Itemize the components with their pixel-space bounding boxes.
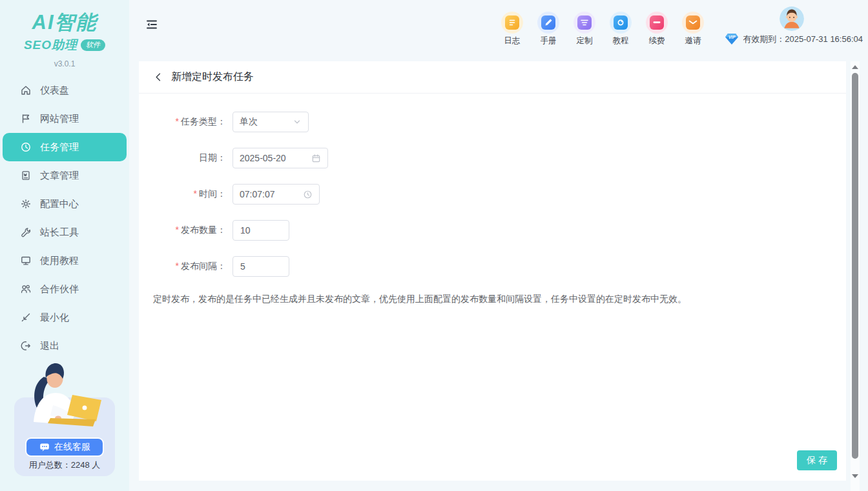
quick-link-invite[interactable]: 邀请: [677, 12, 708, 46]
app-logo: AI智能 SEO助理 软件: [0, 0, 129, 54]
sidebar-item-label: 最小化: [40, 312, 69, 324]
quick-link-label: 定制: [577, 35, 593, 46]
sidebar-item-label: 网站管理: [40, 113, 79, 125]
quick-link-label: 日志: [504, 35, 521, 46]
publish-count-label: *发布数量：: [139, 225, 226, 236]
wrench-icon: [20, 226, 32, 238]
sidebar-item-logout[interactable]: 退出: [0, 332, 129, 360]
vip-expiry-text: 有效期到：2025-07-31 16:56:04: [743, 34, 863, 45]
tutorial-icon: [614, 15, 628, 30]
online-service-label: 在线客服: [54, 441, 90, 453]
customize-icon: [577, 15, 592, 30]
sidebar-collapse-icon[interactable]: [145, 18, 158, 31]
home-icon: [20, 85, 32, 96]
time-value: 07:07:07: [240, 189, 275, 199]
required-marker: *: [176, 225, 179, 235]
required-marker: *: [176, 261, 179, 271]
quick-link-label: 续费: [649, 35, 665, 46]
time-picker[interactable]: 07:07:07: [232, 184, 320, 205]
sidebar-item-articles[interactable]: 文章管理: [0, 161, 129, 190]
sidebar-item-label: 文章管理: [40, 170, 79, 182]
form-row-task-type: *任务类型： 单次: [139, 112, 846, 132]
logout-icon: [20, 340, 32, 352]
task-type-label: *任务类型：: [139, 116, 226, 128]
quick-link-logs[interactable]: 日志: [497, 12, 528, 46]
monitor-icon: [20, 255, 32, 266]
renew-icon: [650, 15, 664, 30]
user-avatar[interactable]: [780, 6, 804, 31]
sidebar: AI智能 SEO助理 软件 v3.0.1 仪表盘 网站管理 任务管理 文章管: [0, 0, 129, 491]
calendar-icon: [311, 154, 321, 163]
document-icon: [20, 170, 32, 181]
sidebar-nav: 仪表盘 网站管理 任务管理 文章管理 配置中心 站长工具: [0, 76, 129, 360]
logo-badge: 软件: [81, 39, 105, 51]
sidebar-item-tasks[interactable]: 任务管理: [3, 133, 127, 161]
flag-icon: [20, 113, 32, 125]
online-service-button[interactable]: 在线客服: [25, 437, 104, 457]
quick-link-label: 邀请: [685, 35, 701, 46]
sidebar-item-dashboard[interactable]: 仪表盘: [0, 76, 129, 105]
page-header: 新增定时发布任务: [139, 61, 846, 94]
quick-link-label: 手册: [541, 35, 557, 46]
sidebar-item-webmaster-tools[interactable]: 站长工具: [0, 218, 129, 246]
form-hint-text: 定时发布，发布的是任务中已经生成并且未发布的文章，优先使用上面配置的发布数量和间…: [153, 294, 846, 305]
form-row-publish-count: *发布数量：: [139, 220, 846, 241]
publish-interval-input[interactable]: [232, 256, 289, 277]
sidebar-item-label: 任务管理: [40, 141, 79, 154]
quick-link-renew[interactable]: 续费: [641, 12, 672, 46]
date-value: 2025-05-20: [240, 153, 286, 163]
logo-title: AI智能: [0, 9, 129, 36]
task-type-select[interactable]: 单次: [232, 112, 309, 132]
sidebar-item-config[interactable]: 配置中心: [0, 190, 129, 218]
app-window: AI智能 SEO助理 软件 v3.0.1 仪表盘 网站管理 任务管理 文章管: [0, 0, 868, 491]
support-agent-illustration: [16, 359, 112, 446]
sidebar-item-minimize[interactable]: 最小化: [0, 303, 129, 332]
scrollbar-thumb[interactable]: [852, 73, 858, 459]
date-picker[interactable]: 2025-05-20: [232, 148, 328, 168]
content-card: 新增定时发布任务 *任务类型： 单次 日期： 2025-05-20: [139, 61, 846, 481]
publish-interval-label: *发布间隔：: [139, 261, 226, 272]
back-icon[interactable]: [153, 72, 164, 83]
manual-icon: [541, 15, 555, 30]
task-form: *任务类型： 单次 日期： 2025-05-20 *时间：: [139, 94, 846, 277]
chat-icon: [39, 442, 50, 452]
scrollbar-down-arrow[interactable]: [852, 474, 858, 478]
date-label: 日期：: [139, 152, 226, 164]
sidebar-item-websites[interactable]: 网站管理: [0, 105, 129, 133]
avatar-image: [780, 6, 804, 31]
quick-link-customize[interactable]: 定制: [569, 12, 600, 46]
quick-link-manual[interactable]: 手册: [533, 12, 564, 46]
invite-icon: [686, 15, 700, 30]
minimize-icon: [20, 312, 32, 323]
scrollbar-up-arrow[interactable]: [852, 65, 858, 69]
form-row-publish-interval: *发布间隔：: [139, 256, 846, 277]
quick-link-label: 教程: [613, 35, 629, 46]
sidebar-item-label: 站长工具: [40, 226, 79, 239]
quick-link-tutorial[interactable]: 教程: [605, 12, 636, 46]
sidebar-item-label: 配置中心: [40, 198, 79, 210]
publish-count-input[interactable]: [232, 220, 289, 241]
form-row-time: *时间： 07:07:07: [139, 184, 846, 205]
sidebar-item-label: 使用教程: [40, 255, 79, 267]
task-type-value: 单次: [240, 116, 258, 128]
sidebar-item-tutorials[interactable]: 使用教程: [0, 246, 129, 275]
page-title: 新增定时发布任务: [171, 70, 254, 84]
clock-icon: [20, 141, 32, 153]
app-version: v3.0.1: [0, 59, 129, 68]
sidebar-item-partners[interactable]: 合作伙伴: [0, 275, 129, 303]
gear-icon: [20, 198, 32, 210]
vertical-scrollbar: [851, 61, 860, 491]
vip-status: VIP 有效期到：2025-07-31 16:56:04: [725, 33, 863, 45]
sidebar-item-label: 仪表盘: [40, 85, 69, 97]
save-button[interactable]: 保 存: [797, 450, 837, 470]
form-row-date: 日期： 2025-05-20: [139, 148, 846, 168]
sidebar-item-label: 合作伙伴: [40, 283, 79, 296]
clock-small-icon: [303, 190, 313, 199]
user-total-count: 用户总数：2248 人: [14, 459, 115, 471]
customer-service-card: 在线客服 用户总数：2248 人: [14, 397, 115, 476]
main-area: 日志 手册 定制 教程 续费 邀请: [129, 0, 868, 491]
required-marker: *: [194, 188, 197, 199]
chevron-down-icon: [293, 117, 302, 126]
vip-badge-icon: VIP: [725, 33, 739, 45]
topbar-quick-links: 日志 手册 定制 教程 续费 邀请: [497, 12, 708, 46]
